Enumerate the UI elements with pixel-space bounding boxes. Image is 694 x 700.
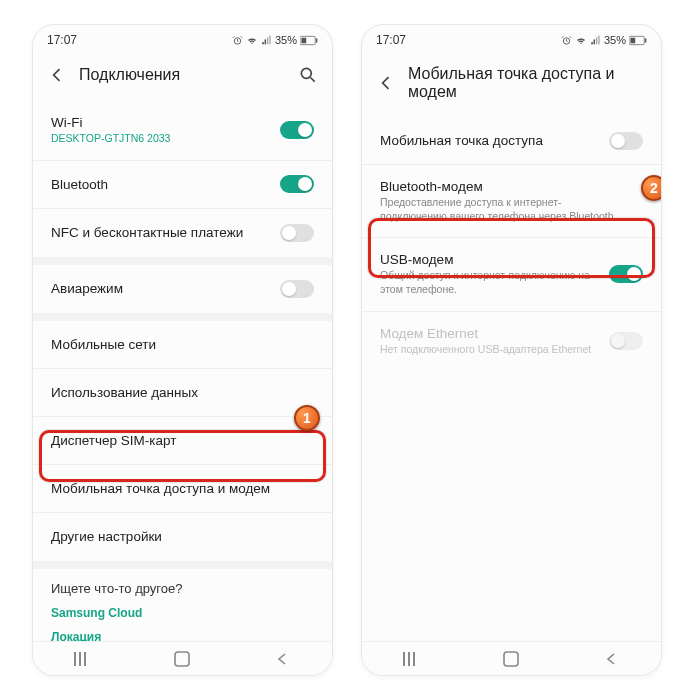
row-label: Модем Ethernet — [380, 326, 609, 341]
row-hotspot-tethering[interactable]: Мобильная точка доступа и модем — [33, 465, 332, 513]
row-mobile-hotspot[interactable]: Мобильная точка доступа — [362, 117, 661, 165]
toggle-nfc[interactable] — [280, 224, 314, 242]
header: Подключения — [33, 55, 332, 101]
row-airplane[interactable]: Авиарежим — [33, 265, 332, 313]
battery-icon — [629, 35, 647, 46]
row-nfc[interactable]: NFC и бесконтактные платежи — [33, 209, 332, 257]
search-icon[interactable] — [298, 65, 318, 85]
svg-rect-14 — [408, 652, 410, 666]
status-bar: 17:07 35% — [33, 25, 332, 55]
badge-2: 2 — [641, 175, 662, 201]
row-label: Bluetooth — [51, 177, 280, 192]
wifi-icon — [575, 34, 587, 46]
row-label: Мобильная точка доступа — [380, 133, 609, 148]
page-title: Подключения — [79, 66, 286, 84]
toggle-wifi[interactable] — [280, 121, 314, 139]
row-label: USB-модем — [380, 252, 609, 267]
row-bluetooth[interactable]: Bluetooth — [33, 161, 332, 209]
battery-text: 35% — [275, 34, 297, 46]
svg-rect-11 — [630, 37, 635, 43]
settings-list: Мобильная точка доступа Bluetooth-модем … — [362, 117, 661, 641]
svg-rect-15 — [413, 652, 415, 666]
signal-icon — [261, 35, 272, 46]
header: Мобильная точка доступа и модем — [362, 55, 661, 117]
row-data-usage[interactable]: Использование данных — [33, 369, 332, 417]
toggle-ethernet — [609, 332, 643, 350]
row-label: Wi-Fi — [51, 115, 280, 130]
row-sub: Нет подключенного USB-адаптера Ethernet — [380, 343, 609, 357]
footer-link-location[interactable]: Локация — [51, 630, 314, 641]
row-usb-tether[interactable]: USB-модем Общий доступ к интернет-подклю… — [362, 238, 661, 311]
status-right: 35% — [232, 34, 318, 46]
svg-rect-7 — [84, 652, 86, 666]
svg-rect-13 — [403, 652, 405, 666]
status-time: 17:07 — [376, 33, 406, 47]
row-sub: Общий доступ к интернет-подключению на э… — [380, 269, 609, 296]
svg-rect-16 — [504, 652, 518, 666]
battery-icon — [300, 35, 318, 46]
row-label: Bluetooth-модем — [380, 179, 621, 194]
row-bluetooth-tether[interactable]: Bluetooth-модем Предоставление доступа к… — [362, 165, 661, 238]
status-time: 17:07 — [47, 33, 77, 47]
svg-rect-12 — [645, 38, 646, 42]
status-bar: 17:07 35% — [362, 25, 661, 55]
phone-left: 17:07 35% Подключения — [32, 24, 333, 676]
badge-1: 1 — [294, 405, 320, 431]
nav-back-icon[interactable] — [273, 650, 291, 668]
status-right: 35% — [561, 34, 647, 46]
svg-rect-6 — [79, 652, 81, 666]
row-other-settings[interactable]: Другие настройки — [33, 513, 332, 561]
alarm-icon — [232, 35, 243, 46]
svg-rect-3 — [316, 38, 317, 42]
nav-recent-icon[interactable] — [403, 650, 421, 668]
toggle-hotspot[interactable] — [609, 132, 643, 150]
nav-bar — [362, 641, 661, 675]
svg-rect-2 — [301, 37, 306, 43]
signal-icon — [590, 35, 601, 46]
row-label: Использование данных — [51, 385, 314, 400]
row-wifi[interactable]: Wi-Fi DESKTOP-GTJTN6 2033 — [33, 101, 332, 161]
row-sub: Предоставление доступа к интернет-подклю… — [380, 196, 621, 223]
settings-list: Wi-Fi DESKTOP-GTJTN6 2033 Bluetooth NFC … — [33, 101, 332, 641]
row-label: NFC и бесконтактные платежи — [51, 225, 280, 240]
alarm-icon — [561, 35, 572, 46]
phone-right: 17:07 35% Мобильная точка доступа и моде… — [361, 24, 662, 676]
row-ethernet-tether: Модем Ethernet Нет подключенного USB-ада… — [362, 312, 661, 371]
row-label: Мобильная точка доступа и модем — [51, 481, 314, 496]
wifi-icon — [246, 34, 258, 46]
toggle-usb[interactable] — [609, 265, 643, 283]
nav-bar — [33, 641, 332, 675]
row-sim-manager[interactable]: Диспетчер SIM-карт — [33, 417, 332, 465]
row-label: Диспетчер SIM-карт — [51, 433, 314, 448]
page-title: Мобильная точка доступа и модем — [408, 65, 647, 101]
nav-recent-icon[interactable] — [74, 650, 92, 668]
svg-point-4 — [301, 68, 311, 78]
svg-rect-5 — [74, 652, 76, 666]
footer-link-samsung-cloud[interactable]: Samsung Cloud — [51, 606, 314, 620]
back-icon[interactable] — [376, 73, 396, 93]
row-mobile-networks[interactable]: Мобильные сети — [33, 321, 332, 369]
toggle-bluetooth[interactable] — [280, 175, 314, 193]
row-sub: DESKTOP-GTJTN6 2033 — [51, 132, 280, 146]
battery-text: 35% — [604, 34, 626, 46]
nav-back-icon[interactable] — [602, 650, 620, 668]
toggle-airplane[interactable] — [280, 280, 314, 298]
footer-title: Ищете что-то другое? — [51, 581, 314, 596]
footer-suggestions: Ищете что-то другое? Samsung Cloud Локац… — [33, 569, 332, 641]
nav-home-icon[interactable] — [502, 650, 520, 668]
back-icon[interactable] — [47, 65, 67, 85]
row-label: Другие настройки — [51, 529, 314, 544]
row-label: Авиарежим — [51, 281, 280, 296]
nav-home-icon[interactable] — [173, 650, 191, 668]
row-label: Мобильные сети — [51, 337, 314, 352]
svg-rect-8 — [175, 652, 189, 666]
